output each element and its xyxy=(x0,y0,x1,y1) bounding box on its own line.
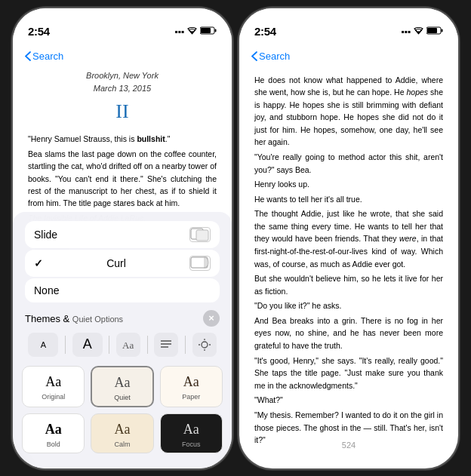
right-wifi-icon xyxy=(414,26,423,37)
svg-text:Aa: Aa xyxy=(122,339,134,351)
right-p10: "What?" xyxy=(254,394,443,407)
theme-calm[interactable]: Aa Calm xyxy=(91,413,153,453)
theme-paper-name: Paper xyxy=(182,393,200,401)
font-layout-button[interactable] xyxy=(154,333,178,357)
theme-quiet[interactable]: Aa Quiet xyxy=(91,366,153,407)
curl-label: Curl xyxy=(106,257,126,269)
font-separator-3 xyxy=(147,336,148,354)
theme-bold-name: Bold xyxy=(47,441,60,448)
right-p7: "Do you like it?" he asks. xyxy=(254,299,443,312)
right-status-bar: 2:54 ▪▪▪ xyxy=(239,8,458,46)
svg-point-10 xyxy=(202,342,208,348)
right-time: 2:54 xyxy=(254,25,276,38)
themes-title-group: Themes & Quiet Options xyxy=(25,312,123,325)
checkmark-icon: ✓ xyxy=(34,257,43,269)
theme-calm-name: Calm xyxy=(114,441,130,448)
right-p3: Henry looks up. xyxy=(254,178,443,191)
right-back-button[interactable]: Search xyxy=(251,51,290,62)
slide-icon xyxy=(189,227,211,242)
right-p2: "You're really going to method actor thi… xyxy=(254,151,443,176)
themes-grid: Aa Original Aa Quiet Aa Paper Aa Bold Aa xyxy=(13,366,232,453)
theme-paper[interactable]: Aa Paper xyxy=(160,366,223,407)
theme-bold[interactable]: Aa Bold xyxy=(22,413,85,453)
right-phone: 2:54 ▪▪▪ Search He does not know what ha… xyxy=(239,8,458,468)
left-back-button[interactable]: Search xyxy=(25,51,63,62)
right-status-icons: ▪▪▪ xyxy=(401,26,443,37)
overlay-panel: Slide ✓ Curl None xyxy=(13,212,232,468)
left-status-icons: ▪▪▪ xyxy=(174,26,217,37)
right-p9: "It's good, Henry," she says. "It's real… xyxy=(254,355,443,392)
left-time: 2:54 xyxy=(28,25,50,38)
right-nav: Search xyxy=(239,46,458,66)
slide-option-curl[interactable]: ✓ Curl xyxy=(25,250,220,277)
left-status-bar: 2:54 ▪▪▪ xyxy=(13,8,232,46)
small-a-label: A xyxy=(41,340,46,349)
wifi-icon xyxy=(187,26,197,37)
brightness-button[interactable] xyxy=(192,333,217,357)
chapter-header: Brooklyn, New York March 13, 2015 II xyxy=(28,69,217,127)
right-p4: He wants to tell her it's all true. xyxy=(254,193,443,206)
themes-header: Themes & Quiet Options × xyxy=(13,306,232,330)
slide-option-none[interactable]: None xyxy=(25,278,220,302)
page-number: 524 xyxy=(342,441,356,450)
close-button[interactable]: × xyxy=(203,310,220,327)
theme-calm-aa: Aa xyxy=(114,422,130,438)
font-separator-2 xyxy=(109,336,109,354)
right-battery-icon xyxy=(426,26,443,36)
svg-rect-16 xyxy=(442,29,443,32)
font-separator-4 xyxy=(185,336,186,354)
slide-option-slide[interactable]: Slide xyxy=(25,221,220,248)
svg-rect-4 xyxy=(196,230,208,241)
right-p5: The thought Addie, just like he wrote, t… xyxy=(254,207,443,270)
para-2: Bea slams the last page down on the coff… xyxy=(28,148,217,209)
svg-rect-1 xyxy=(215,29,217,32)
chapter-date: March 13, 2015 xyxy=(28,82,217,95)
svg-rect-2 xyxy=(201,28,211,33)
right-signal-icon: ▪▪▪ xyxy=(401,26,411,37)
theme-quiet-name: Quiet xyxy=(114,394,131,401)
large-a-label: A xyxy=(83,336,92,352)
none-label: None xyxy=(34,284,59,296)
phones-container: 2:54 ▪▪▪ Search Brooklyn, New York xyxy=(13,8,458,468)
theme-focus[interactable]: Aa Focus xyxy=(160,413,223,453)
font-decrease-button[interactable]: A xyxy=(28,333,58,357)
curl-icon xyxy=(189,256,211,271)
font-separator xyxy=(65,336,66,354)
theme-bold-aa: Aa xyxy=(45,422,62,438)
theme-quiet-aa: Aa xyxy=(114,375,130,391)
slide-options: Slide ✓ Curl None xyxy=(13,221,232,302)
chapter-location: Brooklyn, New York xyxy=(28,69,217,82)
themes-title: Themes & Quiet Options xyxy=(25,313,123,324)
theme-original-aa: Aa xyxy=(45,374,61,390)
theme-focus-aa: Aa xyxy=(183,422,199,438)
right-back-label: Search xyxy=(259,51,290,62)
font-style-button[interactable]: Aa xyxy=(116,333,140,357)
right-p8: And Bea breaks into a grin. There is no … xyxy=(254,315,443,352)
theme-original[interactable]: Aa Original xyxy=(22,366,85,407)
font-increase-button[interactable]: A xyxy=(72,333,103,357)
slide-label: Slide xyxy=(34,229,57,241)
left-back-label: Search xyxy=(32,51,63,62)
theme-paper-aa: Aa xyxy=(183,374,199,390)
left-nav: Search xyxy=(13,46,232,66)
theme-focus-name: Focus xyxy=(182,441,201,448)
right-p6: But she wouldn't believe him, so he lets… xyxy=(254,272,443,297)
theme-original-name: Original xyxy=(42,393,65,401)
svg-rect-17 xyxy=(427,28,437,33)
chapter-number: II xyxy=(28,97,217,127)
battery-icon xyxy=(200,26,217,36)
left-phone: 2:54 ▪▪▪ Search Brooklyn, New York xyxy=(13,8,232,468)
font-controls: A A Aa xyxy=(13,330,232,360)
para-1: "Henry Samuel Strauss, this is bullshit.… xyxy=(28,133,217,145)
right-book-content: He does not know what happened to Addie,… xyxy=(239,66,458,451)
signal-icon: ▪▪▪ xyxy=(174,26,184,37)
right-p1: He does not know what happened to Addie,… xyxy=(254,74,443,149)
